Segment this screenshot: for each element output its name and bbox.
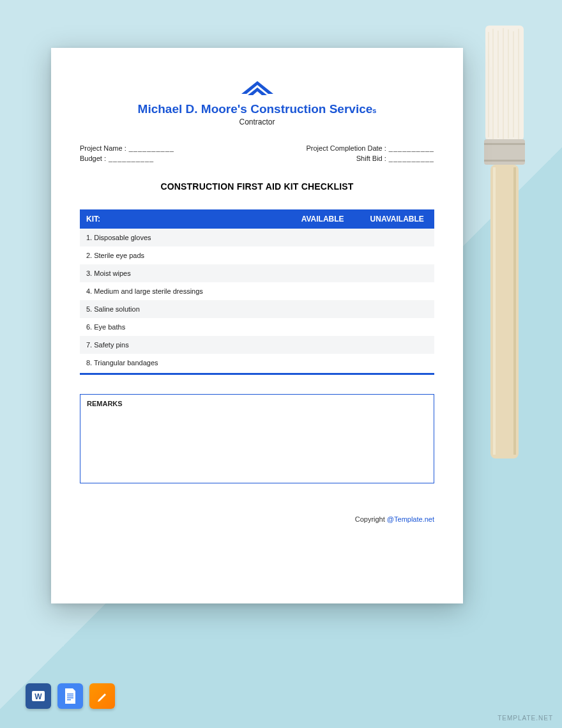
svg-rect-13: [513, 167, 516, 455]
project-name-value: __________: [129, 144, 174, 152]
unavailable-cell: [360, 282, 434, 300]
available-cell: [285, 264, 360, 282]
paint-brush-decoration: [466, 26, 543, 460]
app-icons-row: W: [26, 683, 115, 709]
kit-item-label: 2. Sterile eye pads: [80, 246, 285, 264]
apple-pages-icon: [89, 683, 115, 709]
unavailable-cell: [360, 264, 434, 282]
google-docs-icon: [57, 683, 83, 709]
kit-item-label: 4. Medium and large sterile dressings: [80, 282, 285, 300]
completion-date-field: Project Completion Date : __________: [306, 144, 434, 152]
kit-item-label: 8. Triangular bandages: [80, 354, 285, 372]
table-row: 6. Eye baths: [80, 318, 434, 336]
document-page: Michael D. Moore's Construction Services…: [51, 48, 463, 603]
table-row: 1. Disposable gloves: [80, 229, 434, 246]
table-row: 4. Medium and large sterile dressings: [80, 282, 434, 300]
kit-item-label: 6. Eye baths: [80, 318, 285, 336]
copyright-link[interactable]: @Template.net: [387, 515, 434, 523]
unavailable-cell: [360, 354, 434, 372]
unavailable-cell: [360, 246, 434, 264]
table-header-row: KIT: AVAILABLE UNAVAILABLE: [80, 209, 434, 229]
svg-rect-21: [67, 699, 71, 701]
svg-rect-0: [485, 26, 524, 140]
table-row: 3. Moist wipes: [80, 264, 434, 282]
unavailable-cell: [360, 336, 434, 354]
svg-rect-12: [493, 167, 496, 455]
project-name-label: Project Name :: [80, 144, 126, 152]
remarks-label: REMARKS: [87, 400, 123, 407]
available-cell: [285, 282, 360, 300]
shift-bid-label: Shift Bid :: [356, 155, 386, 162]
company-logo: [80, 80, 434, 99]
table-row: 7. Safety pins: [80, 336, 434, 354]
copyright: Copyright @Template.net: [80, 515, 434, 523]
table-bottom-rule: [80, 373, 434, 375]
unavailable-cell: [360, 229, 434, 246]
unavailable-cell: [360, 300, 434, 318]
checklist-table: KIT: AVAILABLE UNAVAILABLE 1. Disposable…: [80, 209, 434, 372]
budget-value: __________: [109, 155, 154, 162]
available-cell: [285, 318, 360, 336]
svg-rect-20: [67, 697, 73, 699]
checklist-title: CONSTRUCTION FIRST AID KIT CHECKLIST: [80, 181, 434, 192]
available-cell: [285, 300, 360, 318]
kit-item-label: 1. Disposable gloves: [80, 229, 285, 246]
info-row-2: Budget : __________ Shift Bid : ________…: [80, 155, 434, 162]
completion-date-value: __________: [389, 144, 434, 152]
table-row: 8. Triangular bandages: [80, 354, 434, 372]
column-header-available: AVAILABLE: [285, 209, 360, 229]
remarks-box: REMARKS: [80, 394, 434, 483]
shift-bid-field: Shift Bid : __________: [356, 155, 434, 162]
budget-label: Budget :: [80, 155, 106, 162]
column-header-kit: KIT:: [80, 209, 285, 229]
watermark: TEMPLATE.NET: [497, 715, 553, 722]
table-row: 5. Saline solution: [80, 300, 434, 318]
word-icon: W: [26, 683, 51, 709]
available-cell: [285, 246, 360, 264]
available-cell: [285, 354, 360, 372]
svg-rect-19: [67, 695, 73, 697]
info-row-1: Project Name : __________ Project Comple…: [80, 144, 434, 152]
table-row: 2. Sterile eye pads: [80, 246, 434, 264]
completion-date-label: Project Completion Date :: [306, 144, 386, 152]
budget-field: Budget : __________: [80, 155, 154, 162]
column-header-unavailable: UNAVAILABLE: [360, 209, 434, 229]
copyright-prefix: Copyright: [355, 515, 387, 523]
company-name: Michael D. Moore's Construction Services: [80, 102, 434, 116]
kit-item-label: 3. Moist wipes: [80, 264, 285, 282]
available-cell: [285, 336, 360, 354]
unavailable-cell: [360, 318, 434, 336]
kit-item-label: 5. Saline solution: [80, 300, 285, 318]
shift-bid-value: __________: [389, 155, 434, 162]
project-name-field: Project Name : __________: [80, 144, 174, 152]
company-subtitle: Contractor: [80, 118, 434, 126]
svg-rect-18: [67, 694, 73, 695]
svg-text:W: W: [34, 692, 42, 701]
available-cell: [285, 229, 360, 246]
svg-rect-10: [484, 160, 525, 162]
kit-item-label: 7. Safety pins: [80, 336, 285, 354]
svg-rect-9: [484, 143, 525, 145]
